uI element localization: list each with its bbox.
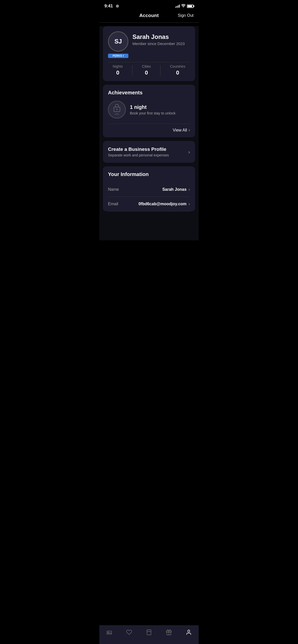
achievements-title: Achievements — [108, 90, 190, 96]
achievement-desc: Book your first stay to unlock — [130, 111, 190, 115]
stat-nights: Nights 0 — [113, 64, 123, 76]
stat-cities: Cities 0 — [142, 64, 151, 76]
avatar: SJ — [108, 31, 128, 52]
profile-card: SJ PERKS I Sarah Jonas Member since Dece… — [103, 26, 195, 81]
stat-nights-value: 0 — [116, 69, 119, 76]
view-all-chevron-icon: › — [188, 127, 190, 133]
achievements-card-inner: Achievements 1 night B — [103, 85, 195, 137]
info-card-inner: Your Information Name Sarah Jonas › Emai… — [103, 166, 195, 211]
achievement-name: 1 night — [130, 104, 190, 110]
stat-countries-value: 0 — [176, 69, 179, 76]
view-all-button[interactable]: View All › — [108, 124, 190, 137]
achievement-lock-icon — [108, 101, 126, 119]
header-divider — [99, 22, 199, 23]
info-name-value: Sarah Jonas — [162, 187, 186, 192]
wifi-icon — [181, 4, 185, 8]
signal-icon — [175, 5, 180, 8]
avatar-initials: SJ — [114, 38, 122, 45]
stat-cities-label: Cities — [142, 64, 151, 68]
perks-badge: PERKS I — [108, 54, 128, 58]
battery-icon — [187, 5, 194, 8]
status-time: 9:41 — [104, 4, 113, 9]
achievement-item: 1 night Book your first stay to unlock — [108, 101, 190, 119]
info-email-value: 0fbd6cab@moodjoy.com — [139, 202, 187, 206]
info-row-name[interactable]: Name Sarah Jonas › — [108, 182, 190, 197]
status-dot — [116, 5, 119, 8]
business-profile-subtitle: Separate work and personal expenses — [108, 153, 169, 157]
business-profile-title: Create a Business Profile — [108, 147, 169, 152]
svg-point-1 — [116, 109, 118, 110]
business-text: Create a Business Profile Separate work … — [108, 147, 169, 157]
info-name-right: Sarah Jonas › — [162, 187, 190, 192]
info-row-email[interactable]: Email 0fbd6cab@moodjoy.com › — [108, 197, 190, 211]
stat-cities-value: 0 — [145, 69, 148, 76]
stat-nights-label: Nights — [113, 64, 123, 68]
avatar-container: SJ PERKS I — [108, 31, 128, 58]
info-email-chevron-icon: › — [188, 201, 190, 207]
status-left: 9:41 — [104, 4, 119, 9]
stat-countries-label: Countries — [170, 64, 185, 68]
status-bar: 9:41 — [99, 0, 199, 10]
achievement-text: 1 night Book your first stay to unlock — [130, 104, 190, 115]
achievements-card: Achievements 1 night B — [103, 85, 195, 137]
page-header: Account Sign Out — [99, 10, 199, 22]
your-information-card: Your Information Name Sarah Jonas › Emai… — [103, 166, 195, 211]
view-all-label: View All — [173, 128, 187, 133]
business-profile-card[interactable]: Create a Business Profile Separate work … — [103, 141, 195, 163]
business-card-inner[interactable]: Create a Business Profile Separate work … — [103, 141, 195, 163]
stat-divider-1 — [132, 65, 132, 75]
main-content: SJ PERKS I Sarah Jonas Member since Dece… — [99, 26, 199, 240]
profile-top: SJ PERKS I Sarah Jonas Member since Dece… — [108, 31, 190, 58]
profile-name: Sarah Jonas — [132, 33, 185, 40]
stat-countries: Countries 0 — [170, 64, 185, 76]
stats-row: Nights 0 Cities 0 Countries 0 — [108, 62, 190, 76]
profile-card-inner: SJ PERKS I Sarah Jonas Member since Dece… — [103, 26, 195, 81]
info-name-label: Name — [108, 187, 119, 192]
stat-divider-2 — [160, 65, 160, 75]
your-information-title: Your Information — [108, 171, 190, 177]
sign-out-button[interactable]: Sign Out — [178, 13, 194, 18]
business-profile-chevron-icon: › — [188, 149, 190, 155]
scroll-area: SJ PERKS I Sarah Jonas Member since Dece… — [99, 26, 199, 240]
page-title: Account — [139, 13, 159, 18]
profile-member-since: Member since December 2023 — [132, 41, 185, 46]
info-email-right: 0fbd6cab@moodjoy.com › — [139, 201, 190, 207]
profile-info: Sarah Jonas Member since December 2023 — [132, 31, 185, 46]
info-name-chevron-icon: › — [188, 187, 190, 192]
status-icons — [175, 4, 194, 8]
info-email-label: Email — [108, 202, 118, 206]
